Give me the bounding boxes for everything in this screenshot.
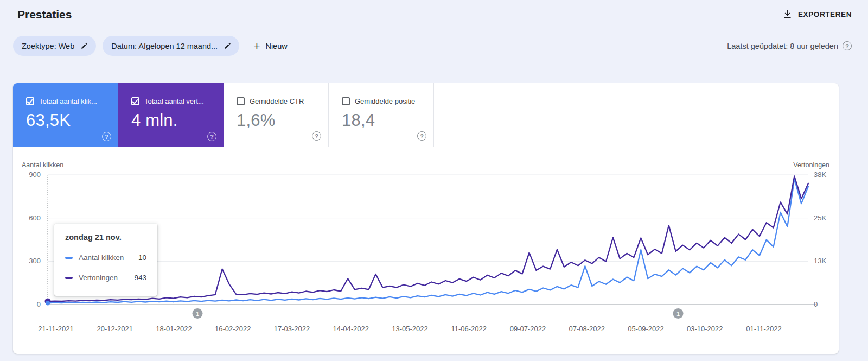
metric-tile-ctr[interactable]: Gemiddelde CTR 1,6% ?: [224, 83, 329, 147]
x-axis-tick-label: 01-11-2022: [746, 325, 782, 333]
checkbox-unchecked-icon[interactable]: [342, 97, 350, 105]
right-axis-tick-label: 25K: [814, 214, 839, 223]
new-filter-button[interactable]: + Nieuw: [253, 36, 288, 56]
annotation-badge[interactable]: 1: [673, 308, 684, 319]
metric-tile-impressions[interactable]: Totaal aantal vert... 4 mln. ?: [118, 83, 224, 147]
x-axis-tick-label: 03-10-2022: [687, 325, 723, 333]
x-axis-tick-label: 17-03-2022: [274, 325, 310, 333]
x-axis-tick-label: 20-12-2021: [97, 325, 133, 333]
x-axis-tick-label: 11-06-2022: [451, 325, 487, 333]
annotation-badge[interactable]: 1: [193, 308, 203, 319]
filter-chip-date-label: Datum: Afgelopen 12 maand...: [111, 42, 218, 50]
filter-chip-search-type-label: Zoektype: Web: [22, 42, 74, 50]
metric-tile-position[interactable]: Gemiddelde positie 18,4 ?: [329, 83, 434, 147]
left-axis-tick-label: 600: [13, 214, 41, 223]
metric-value: 4 mln.: [131, 111, 216, 130]
tooltip-row-label: Aantal klikken: [79, 254, 132, 262]
metric-label: Gemiddelde CTR: [250, 97, 304, 105]
help-icon[interactable]: ?: [843, 41, 852, 50]
tooltip-row-impressions: Vertoningen 943: [65, 274, 146, 282]
help-icon[interactable]: ?: [312, 131, 321, 141]
chart-tooltip: zondag 21 nov. Aantal klikken 10 Vertoni…: [54, 224, 157, 296]
right-axis-tick-label: 0: [814, 300, 839, 309]
download-icon: [782, 9, 793, 20]
help-icon[interactable]: ?: [417, 131, 426, 141]
tooltip-row-clicks: Aantal klikken 10: [65, 254, 146, 262]
last-updated: Laatst geüpdatet: 8 uur geleden ?: [727, 41, 852, 50]
help-icon[interactable]: ?: [102, 132, 111, 141]
x-axis-tick-label: 13-05-2022: [392, 325, 428, 333]
left-axis-title: Aantal klikken: [22, 161, 63, 169]
last-updated-text: Laatst geüpdatet: 8 uur geleden: [727, 42, 838, 50]
timeseries-plot[interactable]: [48, 175, 808, 305]
metric-value: 1,6%: [237, 111, 321, 130]
metric-tile-clicks[interactable]: Totaal aantal klik... 63,5K ?: [13, 83, 118, 147]
metric-value: 18,4: [342, 111, 426, 130]
filter-chip-search-type[interactable]: Zoektype: Web: [13, 36, 96, 56]
right-axis-tick-label: 38K: [814, 170, 839, 179]
export-button-label: EXPORTEREN: [798, 10, 852, 18]
x-axis-tick-label: 18-01-2022: [156, 325, 192, 333]
right-axis-title: Vertoningen: [793, 161, 829, 169]
left-axis-tick-label: 900: [13, 170, 41, 179]
tooltip-date: zondag 21 nov.: [65, 233, 146, 242]
metric-tiles: Totaal aantal klik... 63,5K ? Totaal aan…: [13, 83, 434, 147]
x-axis-tick-label: 21-11-2021: [38, 325, 74, 333]
left-axis-tick-label: 300: [13, 257, 41, 265]
metric-label: Totaal aantal vert...: [144, 97, 204, 105]
x-axis-tick-label: 07-08-2022: [569, 325, 605, 333]
impressions-series-swatch: [65, 277, 73, 279]
chart-region: Aantal klikken Vertoningen 9006003000 38…: [13, 147, 839, 354]
export-button[interactable]: EXPORTEREN: [782, 0, 852, 29]
plus-icon: +: [253, 40, 260, 52]
top-bar: Prestaties EXPORTEREN: [0, 0, 868, 29]
tooltip-row-value: 10: [138, 254, 146, 262]
checkbox-checked-icon[interactable]: [26, 97, 34, 105]
new-filter-button-label: Nieuw: [265, 42, 287, 50]
tooltip-row-label: Vertoningen: [79, 274, 128, 282]
performance-card: Totaal aantal klik... 63,5K ? Totaal aan…: [13, 83, 839, 354]
x-axis-tick-label: 16-02-2022: [215, 325, 251, 333]
metric-label: Gemiddelde positie: [355, 97, 415, 105]
tooltip-row-value: 943: [134, 274, 146, 282]
checkbox-unchecked-icon[interactable]: [237, 97, 245, 105]
page-title: Prestaties: [17, 0, 72, 29]
edit-pencil-icon[interactable]: [220, 39, 235, 54]
filter-bar: Zoektype: Web Datum: Afgelopen 12 maand.…: [13, 36, 852, 56]
metric-value: 63,5K: [26, 111, 111, 130]
x-axis-tick-label: 09-07-2022: [510, 325, 546, 333]
help-icon[interactable]: ?: [207, 132, 216, 141]
left-axis-tick-label: 0: [13, 300, 41, 309]
clicks-series-swatch: [65, 257, 73, 259]
right-axis-tick-label: 13K: [814, 257, 839, 265]
edit-pencil-icon[interactable]: [76, 39, 92, 54]
filter-chip-date[interactable]: Datum: Afgelopen 12 maand...: [103, 36, 239, 56]
x-axis-tick-label: 05-09-2022: [628, 325, 664, 333]
metric-label: Totaal aantal klik...: [39, 97, 97, 105]
x-axis-tick-label: 14-04-2022: [333, 325, 369, 333]
checkbox-checked-icon[interactable]: [131, 97, 139, 105]
